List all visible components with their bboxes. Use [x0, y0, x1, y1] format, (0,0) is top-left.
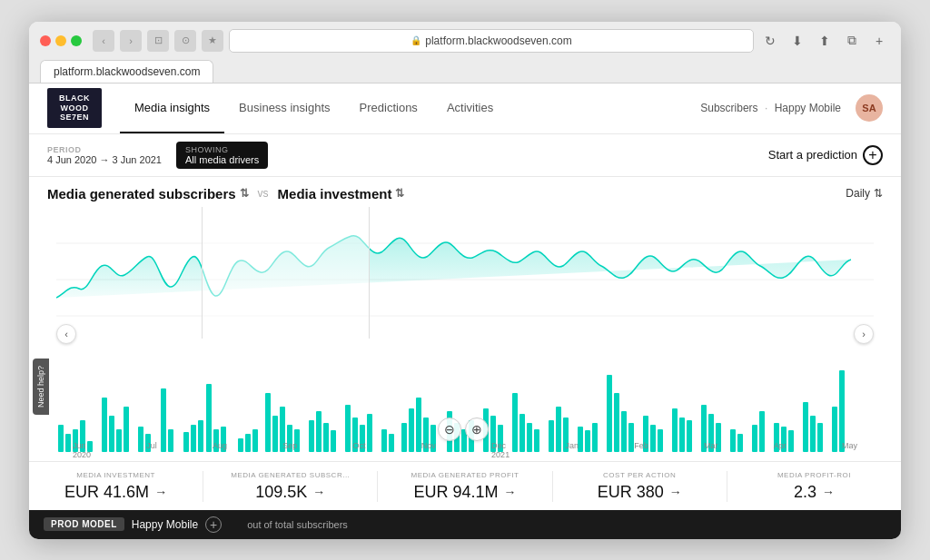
timeline-label-8: Feb — [634, 441, 648, 459]
granularity-select[interactable]: Daily ⇅ — [846, 187, 883, 200]
zoom-in-button[interactable]: ⊕ — [465, 418, 489, 441]
traffic-lights — [40, 35, 82, 46]
bottom-description: out of total subscribers — [247, 519, 348, 530]
tab-label: platform.blackwoodseven.com — [54, 65, 200, 78]
stat-label-4: MEDIA PROFIT-ROI — [735, 471, 894, 479]
model-name: Happy Mobile — [132, 518, 198, 531]
stat-media-investment[interactable]: MEDIA INVESTMENT EUR 41.6M → — [29, 471, 203, 502]
metric-left-arrows: ⇅ — [240, 187, 249, 200]
close-button[interactable] — [40, 35, 51, 46]
bookmark-icon[interactable]: ★ — [202, 30, 223, 52]
browser-chrome: ‹ › ⊡ ⊙ ★ 🔒 platform.blackwoodseven.com … — [29, 22, 901, 84]
svg-rect-3 — [58, 425, 64, 452]
address-bar[interactable]: 🔒 platform.blackwoodseven.com — [229, 29, 754, 53]
need-help-button[interactable]: Need help? — [33, 359, 49, 415]
metric-left-select[interactable]: Media generated subscribers ⇅ — [47, 186, 249, 201]
timeline-label-9: Mar — [704, 441, 718, 459]
line-chart — [56, 207, 874, 341]
app-header: BLACK WOOD SE7EN Media insights Business… — [29, 84, 901, 134]
stat-value-2: EUR 94.1M → — [385, 483, 544, 502]
timeline-label-3: Sep — [282, 441, 297, 459]
tab-manage-icon[interactable]: ⧉ — [841, 30, 863, 52]
vs-label: vs — [258, 187, 269, 200]
timeline-label-11: May — [842, 441, 857, 459]
stat-arrow-3: → — [669, 485, 682, 499]
stat-media-generated-profit[interactable]: MEDIA GENERATED PROFIT EUR 94.1M → — [378, 471, 552, 502]
chart-area: Need help? Media generated subscribers ⇅… — [29, 177, 901, 510]
timeline-axis: Jun2020 Jul Aug Sep Oct Nov Dec2021 Jan … — [73, 439, 857, 461]
stat-arrow-1: → — [312, 485, 325, 499]
zoom-out-button[interactable]: ⊖ — [438, 418, 461, 441]
nav-business-insights[interactable]: Business insights — [224, 84, 344, 133]
period-badge: PERIOD 4 Jun 2020 → 3 Jun 2021 — [47, 145, 162, 165]
stat-arrow-0: → — [154, 485, 167, 499]
bottom-bar: PROD MODEL Happy Mobile + out of total s… — [29, 510, 901, 539]
timeline-label-4: Oct — [353, 441, 366, 459]
app-content: BLACK WOOD SE7EN Media insights Business… — [29, 84, 901, 539]
stat-arrow-4: → — [822, 485, 835, 499]
stats-bar: MEDIA INVESTMENT EUR 41.6M → MEDIA GENER… — [29, 461, 901, 509]
stat-value-4: 2.3 → — [735, 483, 894, 502]
svg-rect-4 — [65, 434, 71, 452]
new-tab-button[interactable]: + — [868, 30, 890, 52]
share-icon[interactable]: ⬆ — [814, 30, 836, 52]
granularity-arrows: ⇅ — [874, 187, 883, 200]
stat-value-3: EUR 380 → — [560, 483, 719, 502]
timeline-label-1: Jul — [146, 441, 157, 459]
browser-tab[interactable]: platform.blackwoodseven.com — [40, 60, 213, 83]
back-button[interactable]: ‹ — [93, 30, 114, 52]
nav-activities[interactable]: Activities — [432, 84, 508, 133]
timeline-label-7: Jan — [565, 441, 579, 459]
nav-predictions[interactable]: Predictions — [345, 84, 432, 133]
url-text: platform.blackwoodseven.com — [425, 34, 571, 47]
sub-header: PERIOD 4 Jun 2020 → 3 Jun 2021 SHOWING A… — [29, 134, 901, 177]
stat-value-1: 109.5K → — [211, 483, 370, 502]
tab-bar: platform.blackwoodseven.com — [40, 60, 890, 83]
timeline-label-10: Apr — [774, 441, 787, 459]
maximize-button[interactable] — [71, 35, 82, 46]
metric-right-arrows: ⇅ — [395, 187, 404, 200]
refresh-button[interactable]: ↻ — [759, 30, 781, 52]
header-right: Subscribers · Happy Mobile SA — [700, 94, 883, 122]
nav-media-insights[interactable]: Media insights — [120, 84, 224, 133]
stat-cost-per-action[interactable]: COST PER ACTION EUR 380 → — [553, 471, 727, 502]
logo: BLACK WOOD SE7EN — [47, 88, 102, 128]
stat-label-3: COST PER ACTION — [560, 471, 719, 479]
minimize-button[interactable] — [55, 35, 66, 46]
timeline-label-5: Nov — [421, 441, 436, 459]
timeline-label-6: Dec2021 — [491, 441, 510, 459]
stat-arrow-2: → — [504, 485, 517, 499]
start-prediction-button[interactable]: Start a prediction + — [768, 145, 883, 165]
prod-model-badge: PROD MODEL — [44, 517, 124, 531]
timeline-label-0: Jun2020 — [73, 441, 91, 459]
reader-button[interactable]: ⊡ — [147, 30, 169, 52]
charts-wrapper: ‹ › — [56, 207, 874, 461]
stat-label-0: MEDIA INVESTMENT — [36, 471, 195, 479]
stat-media-profit-roi[interactable]: MEDIA PROFIT-ROI 2.3 → — [727, 471, 901, 502]
subscriber-info: Subscribers · Happy Mobile — [700, 102, 841, 114]
chart-nav-right-button[interactable]: › — [854, 324, 874, 344]
download-icon[interactable]: ⬇ — [787, 30, 808, 52]
showing-badge[interactable]: SHOWING All media drivers — [176, 142, 268, 169]
app-window: ‹ › ⊡ ⊙ ★ 🔒 platform.blackwoodseven.com … — [29, 22, 901, 539]
add-model-button[interactable]: + — [205, 516, 222, 533]
timeline-label-2: Aug — [213, 441, 227, 459]
stat-media-generated-subscribers[interactable]: MEDIA GENERATED SUBSCR... 109.5K → — [203, 471, 378, 502]
lock-icon: 🔒 — [411, 35, 421, 45]
main-nav: Media insights Business insights Predict… — [120, 84, 508, 133]
stat-value-0: EUR 41.6M → — [36, 483, 195, 502]
logo-text: BLACK WOOD SE7EN — [59, 93, 90, 123]
metric-right-select[interactable]: Media investment ⇅ — [278, 186, 405, 201]
stat-label-1: MEDIA GENERATED SUBSCR... — [211, 471, 370, 479]
forward-button[interactable]: › — [120, 30, 142, 52]
chart-controls: Media generated subscribers ⇅ vs Media i… — [29, 177, 901, 207]
shield-icon[interactable]: ⊙ — [174, 30, 196, 52]
stat-label-2: MEDIA GENERATED PROFIT — [385, 471, 544, 479]
plus-icon: + — [863, 145, 883, 165]
chart-nav-left-button[interactable]: ‹ — [56, 324, 76, 344]
avatar: SA — [856, 94, 883, 122]
zoom-controls: ⊖ ⊕ — [438, 418, 489, 441]
